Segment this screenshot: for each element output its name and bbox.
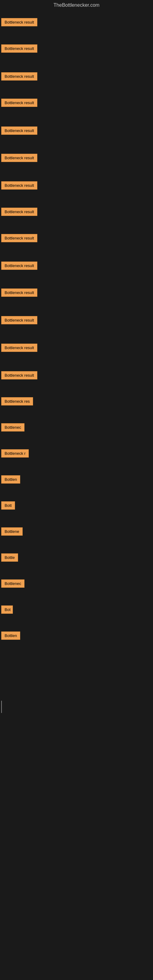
bottleneck-item[interactable]: Bottlene xyxy=(1,526,22,538)
bottleneck-item[interactable]: Bottleneck result xyxy=(1,342,37,354)
bottleneck-badge[interactable]: Bot xyxy=(1,605,13,614)
bottleneck-item[interactable]: Bottleneck result xyxy=(1,370,37,382)
bottleneck-item[interactable]: Bottleneck result xyxy=(1,97,37,109)
bottleneck-badge[interactable]: Bottleneck result xyxy=(1,126,37,135)
bottleneck-item[interactable]: Bottlenec xyxy=(1,578,24,590)
bottleneck-item[interactable]: Bottleneck result xyxy=(1,207,37,218)
bottleneck-badge[interactable]: Bottlenec xyxy=(1,423,24,431)
bottleneck-item[interactable]: Bottleneck result xyxy=(1,43,37,55)
bottleneck-badge[interactable]: Bottle xyxy=(1,554,18,562)
bottleneck-item[interactable]: Bottleneck result xyxy=(1,17,37,29)
bottleneck-badge[interactable]: Bottleneck result xyxy=(1,288,37,297)
bottleneck-item[interactable]: Bottlenec xyxy=(1,422,24,434)
bottleneck-item[interactable]: Bott xyxy=(1,500,15,512)
bottleneck-item[interactable]: Bottleneck result xyxy=(1,315,37,327)
bottleneck-item[interactable]: Bot xyxy=(1,604,13,616)
bottleneck-list: Bottleneck resultBottleneck resultBottle… xyxy=(0,12,153,686)
bottleneck-item[interactable]: Bottleneck result xyxy=(1,180,37,192)
bottleneck-badge[interactable]: Bottlen xyxy=(1,632,20,640)
bottleneck-badge[interactable]: Bottleneck result xyxy=(1,181,37,189)
bottleneck-badge[interactable]: Bottleneck result xyxy=(1,45,37,52)
bottleneck-badge[interactable]: Bottleneck r xyxy=(1,449,29,458)
cursor-line xyxy=(1,701,2,713)
bottleneck-badge[interactable]: Bott xyxy=(1,501,15,510)
bottleneck-item[interactable]: Bottleneck result xyxy=(1,125,37,137)
bottleneck-badge[interactable]: Bottleneck result xyxy=(1,208,37,216)
bottleneck-badge[interactable]: Bottlen xyxy=(1,475,20,484)
bottleneck-badge[interactable]: Bottleneck res xyxy=(1,397,33,406)
bottleneck-badge[interactable]: Bottleneck result xyxy=(1,344,37,352)
bottleneck-item[interactable]: Bottlen xyxy=(1,474,20,486)
bottleneck-item[interactable]: Bottleneck result xyxy=(1,153,37,164)
bottleneck-item[interactable]: Bottleneck result xyxy=(1,287,37,299)
bottleneck-item[interactable]: Bottleneck r xyxy=(1,448,29,460)
bottleneck-item[interactable]: Bottleneck result xyxy=(1,71,37,83)
bottleneck-item[interactable]: Bottleneck result xyxy=(1,233,37,245)
bottleneck-badge[interactable]: Bottleneck result xyxy=(1,316,37,324)
site-title: TheBottlenecker.com xyxy=(0,0,153,12)
bottleneck-badge[interactable]: Bottleneck result xyxy=(1,234,37,242)
bottleneck-badge[interactable]: Bottleneck result xyxy=(1,371,37,379)
bottleneck-badge[interactable]: Bottlene xyxy=(1,527,22,536)
bottleneck-item[interactable]: Bottleneck res xyxy=(1,396,33,408)
bottleneck-badge[interactable]: Bottleneck result xyxy=(1,99,37,107)
bottleneck-badge[interactable]: Bottleneck result xyxy=(1,154,37,162)
bottleneck-badge[interactable]: Bottleneck result xyxy=(1,18,37,26)
bottleneck-badge[interactable]: Bottleneck result xyxy=(1,72,37,81)
bottleneck-badge[interactable]: Bottlenec xyxy=(1,579,24,588)
bottleneck-item[interactable]: Bottle xyxy=(1,552,18,564)
bottleneck-item[interactable]: Bottleneck result xyxy=(1,260,37,272)
site-title-bar: TheBottlenecker.com xyxy=(0,0,153,12)
bottleneck-item[interactable]: Bottlen xyxy=(1,630,20,642)
bottleneck-badge[interactable]: Bottleneck result xyxy=(1,261,37,270)
